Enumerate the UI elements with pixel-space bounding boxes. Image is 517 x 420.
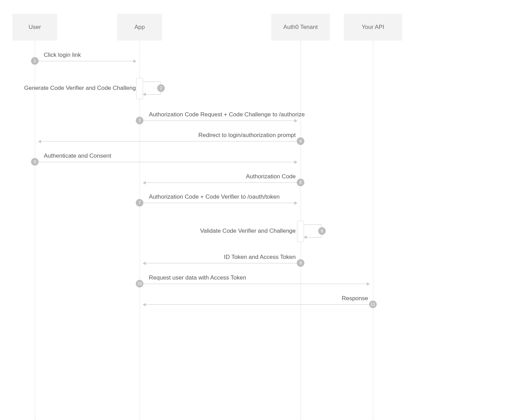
step-8-label: Validate Code Verifier and Challenge — [200, 228, 296, 234]
step-7-arrow — [143, 203, 297, 203]
lifeline-api — [373, 41, 373, 420]
step-3-badge: 3 — [136, 117, 143, 124]
step-3-label: Authorization Code Request + Code Challe… — [149, 111, 305, 118]
step-1-badge: 1 — [31, 57, 39, 65]
step-4-label: Redirect to login/authorization prompt — [198, 132, 296, 139]
step-8-badge: 8 — [318, 227, 326, 235]
step-5-label: Authenticate and Consent — [44, 153, 111, 159]
step-5-arrow — [39, 162, 297, 162]
step-7-label: Authorization Code + Code Verifier to /o… — [149, 193, 280, 200]
step-1-arrow — [39, 61, 136, 61]
step-6-badge: 6 — [297, 179, 304, 186]
step-1-label: Click login link — [44, 52, 81, 59]
step-10-label: Request user data with Access Token — [149, 274, 246, 281]
step-10-arrow — [143, 284, 369, 284]
step-7-badge: 7 — [136, 199, 143, 207]
step-11-badge: 11 — [369, 301, 377, 308]
step-4-badge: 4 — [297, 137, 304, 145]
step-8-activation — [297, 221, 304, 242]
lane-header-app: App — [117, 14, 162, 41]
step-10-badge: 10 — [136, 280, 143, 287]
step-6-label: Authorization Code — [246, 173, 296, 180]
step-3-arrow — [143, 120, 297, 121]
step-2-badge: 2 — [157, 84, 165, 92]
lifeline-user — [35, 41, 35, 420]
lane-header-tenant: Auth0 Tenant — [271, 14, 330, 41]
step-6-arrow — [143, 182, 297, 183]
step-4-arrow — [38, 141, 297, 141]
step-9-arrow — [143, 263, 297, 263]
step-11-arrow — [143, 304, 369, 305]
step-9-badge: 9 — [297, 259, 304, 267]
step-2-label: Generate Code Verifier and Code Challeng… — [24, 85, 139, 92]
step-9-label: ID Token and Access Token — [224, 254, 296, 261]
lane-header-api: Your API — [344, 14, 402, 41]
step-5-badge: 5 — [31, 158, 39, 166]
lane-header-user: User — [12, 14, 57, 41]
step-11-label: Response — [342, 295, 368, 302]
step-2-activation — [136, 78, 143, 99]
